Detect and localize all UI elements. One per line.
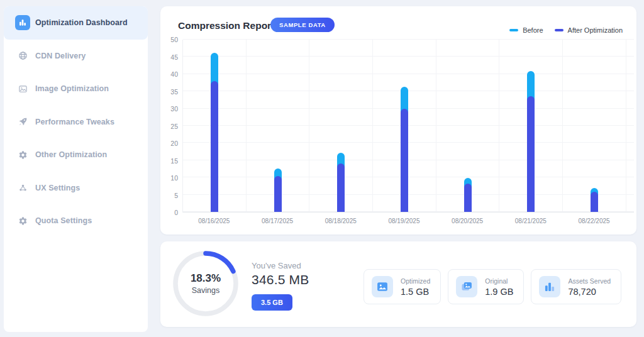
sidebar-item-label: Image Optimization xyxy=(35,84,109,93)
chart-column xyxy=(309,40,373,212)
stat-label: Optimized xyxy=(401,277,430,286)
y-tick-label: 45 xyxy=(170,53,178,61)
savings-summary-card: 18.3% Savings You've Saved 346.5 MB 3.5 … xyxy=(160,241,636,327)
stat-label: Assets Served xyxy=(568,277,611,286)
savings-donut: 18.3% Savings xyxy=(172,250,240,318)
after-swatch xyxy=(555,29,564,31)
gear-icon xyxy=(15,147,30,162)
sidebar-item-label: Quota Settings xyxy=(35,216,92,225)
x-tick-label: 08/17/2025 xyxy=(262,218,293,224)
stat-label: Original xyxy=(485,277,513,286)
chart-column xyxy=(373,40,436,212)
sidebar: Optimization Dashboard CDN Delivery Imag… xyxy=(4,6,148,332)
page-title: Compression Report xyxy=(178,20,274,31)
savings-percent: 18.3% xyxy=(191,272,221,285)
chart-column xyxy=(563,40,626,212)
globe-icon xyxy=(15,48,30,64)
y-tick-label: 10 xyxy=(170,174,178,182)
chart-column xyxy=(247,40,310,212)
sidebar-item-cdn-delivery[interactable]: CDN Delivery xyxy=(4,40,148,73)
stat-box-original: Original 1.9 GB xyxy=(448,269,524,304)
sidebar-item-image-optimization[interactable]: Image Optimization xyxy=(4,72,148,106)
chart-column xyxy=(500,40,564,212)
legend-label: After Optimization xyxy=(568,26,623,34)
saved-title: You've Saved xyxy=(252,261,301,270)
sidebar-item-performance-tweaks[interactable]: Performance Tweaks xyxy=(4,106,148,139)
stat-value: 1.9 GB xyxy=(485,287,513,297)
bar-after-optimization xyxy=(591,192,598,212)
y-tick-label: 50 xyxy=(170,36,178,43)
sample-data-badge: SAMPLE DATA xyxy=(270,18,335,32)
saved-value: 346.5 MB xyxy=(252,272,309,287)
image-icon xyxy=(15,81,30,96)
stacked-images-icon xyxy=(456,276,477,297)
bar-after-optimization xyxy=(401,109,408,212)
bar-after-optimization xyxy=(337,163,345,212)
gear-icon xyxy=(15,213,30,228)
chart-legend: Before After Optimization xyxy=(509,26,623,34)
y-tick-label: 40 xyxy=(170,70,178,78)
sidebar-item-label: Other Optimization xyxy=(35,150,107,159)
x-tick-label: 08/21/2025 xyxy=(515,218,547,224)
donut-center: 18.3% Savings xyxy=(172,250,240,318)
legend-item-before[interactable]: Before xyxy=(509,26,543,34)
y-axis: 05101520253035404550 xyxy=(160,40,178,213)
sidebar-item-quota-settings[interactable]: Quota Settings xyxy=(4,204,148,238)
y-tick-label: 25 xyxy=(170,123,178,130)
y-tick-label: 30 xyxy=(170,105,178,113)
sidebar-item-ux-settings[interactable]: UX Settings xyxy=(4,172,148,205)
sidebar-item-optimization-dashboard[interactable]: Optimization Dashboard xyxy=(4,6,148,40)
bar-after-optimization xyxy=(464,184,472,212)
stat-box-optimized: Optimized 1.5 GB xyxy=(364,269,441,304)
chart-column xyxy=(183,40,247,212)
y-tick-label: 15 xyxy=(170,157,178,165)
before-swatch xyxy=(509,29,518,31)
chart-plot xyxy=(182,40,634,213)
bar-after-optimization xyxy=(274,176,282,212)
y-tick-label: 20 xyxy=(170,140,178,147)
bar-chart-icon xyxy=(539,276,560,297)
sidebar-item-label: Optimization Dashboard xyxy=(35,18,128,27)
quota-badge-button[interactable]: 3.5 GB xyxy=(252,294,292,311)
x-tick-label: 08/22/2025 xyxy=(579,218,610,224)
legend-item-after[interactable]: After Optimization xyxy=(555,26,623,34)
nodes-icon xyxy=(15,180,30,196)
x-tick-label: 08/16/2025 xyxy=(198,218,230,224)
y-tick-label: 0 xyxy=(174,209,178,216)
sidebar-item-label: CDN Delivery xyxy=(35,52,86,60)
chart-column xyxy=(436,40,500,212)
bar-after-optimization xyxy=(527,96,535,212)
x-tick-label: 08/18/2025 xyxy=(325,218,357,224)
legend-label: Before xyxy=(523,26,543,34)
savings-label: Savings xyxy=(192,286,219,295)
x-tick-label: 08/20/2025 xyxy=(452,218,483,224)
sidebar-item-label: Performance Tweaks xyxy=(35,118,114,126)
bar-after-optimization xyxy=(211,81,218,212)
rocket-icon xyxy=(15,114,30,130)
sidebar-item-other-optimization[interactable]: Other Optimization xyxy=(4,138,148,172)
x-axis: 08/16/202508/17/202508/18/202508/19/2025… xyxy=(182,218,634,226)
image-icon xyxy=(372,276,393,297)
stat-box-assets-served: Assets Served 78,720 xyxy=(531,269,621,304)
stat-boxes: Optimized 1.5 GB Original 1.9 GB Assets … xyxy=(364,269,621,304)
sidebar-item-label: UX Settings xyxy=(35,184,80,192)
y-tick-label: 5 xyxy=(174,192,178,199)
bar-chart-icon xyxy=(15,15,30,30)
stat-value: 1.5 GB xyxy=(401,287,430,297)
x-tick-label: 08/19/2025 xyxy=(388,218,419,224)
y-tick-label: 35 xyxy=(170,88,178,96)
stat-value: 78,720 xyxy=(568,287,611,297)
compression-report-card: Compression Report SAMPLE DATA Before Af… xyxy=(160,6,636,235)
